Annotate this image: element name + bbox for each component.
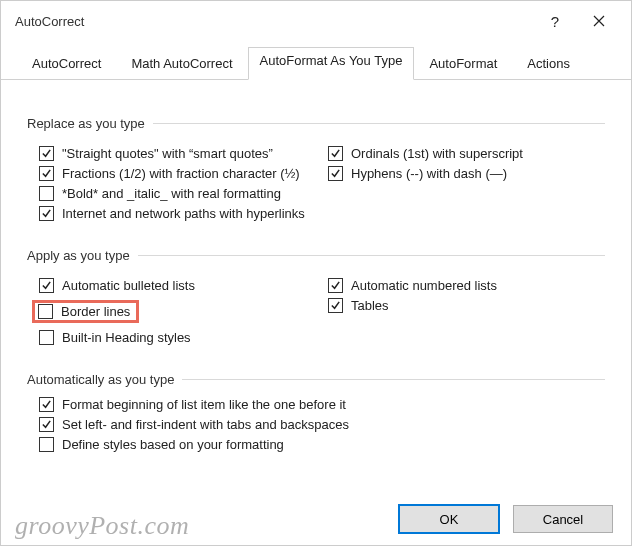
help-icon: ? bbox=[551, 13, 559, 30]
checkbox-set-indent[interactable]: Set left- and first-indent with tabs and… bbox=[39, 417, 605, 432]
checkbox-hyphens[interactable]: Hyphens (--) with dash (—) bbox=[328, 166, 605, 181]
checkbox-icon bbox=[39, 206, 54, 221]
tab-autoformat[interactable]: AutoFormat bbox=[414, 47, 512, 80]
checkbox-hyperlinks[interactable]: Internet and network paths with hyperlin… bbox=[39, 206, 316, 221]
checkbox-fractions[interactable]: Fractions (1/2) with fraction character … bbox=[39, 166, 316, 181]
checkbox-label: Border lines bbox=[61, 304, 130, 319]
close-button[interactable] bbox=[577, 6, 621, 36]
checkbox-border-lines[interactable]: Border lines bbox=[32, 300, 139, 323]
cancel-button[interactable]: Cancel bbox=[513, 505, 613, 533]
checkbox-format-beginning[interactable]: Format beginning of list item like the o… bbox=[39, 397, 605, 412]
tab-autocorrect[interactable]: AutoCorrect bbox=[17, 47, 116, 80]
checkbox-icon bbox=[328, 298, 343, 313]
checkbox-label: Built-in Heading styles bbox=[62, 330, 191, 345]
checkbox-icon bbox=[328, 166, 343, 181]
checkbox-label: Tables bbox=[351, 298, 389, 313]
checkbox-bold-italic[interactable]: *Bold* and _italic_ with real formatting bbox=[39, 186, 316, 201]
checkbox-define-styles[interactable]: Define styles based on your formatting bbox=[39, 437, 605, 452]
tab-strip: AutoCorrect Math AutoCorrect AutoFormat … bbox=[1, 41, 631, 80]
checkbox-icon bbox=[39, 417, 54, 432]
close-icon bbox=[593, 15, 605, 27]
dialog-title: AutoCorrect bbox=[15, 14, 533, 29]
checkbox-label: Automatic numbered lists bbox=[351, 278, 497, 293]
checkbox-label: Fractions (1/2) with fraction character … bbox=[62, 166, 300, 181]
checkbox-icon bbox=[38, 304, 53, 319]
checkbox-label: Internet and network paths with hyperlin… bbox=[62, 206, 305, 221]
checkbox-label: *Bold* and _italic_ with real formatting bbox=[62, 186, 281, 201]
section-replace-title: Replace as you type bbox=[27, 116, 145, 131]
section-apply-title: Apply as you type bbox=[27, 248, 130, 263]
tab-math-autocorrect[interactable]: Math AutoCorrect bbox=[116, 47, 247, 80]
titlebar: AutoCorrect ? bbox=[1, 1, 631, 41]
tab-content: Replace as you type "Straight quotes" wi… bbox=[1, 80, 631, 467]
checkbox-icon bbox=[328, 146, 343, 161]
divider bbox=[182, 379, 605, 380]
dialog-footer: OK Cancel bbox=[399, 505, 613, 533]
tab-actions[interactable]: Actions bbox=[512, 47, 585, 80]
checkbox-label: Automatic bulleted lists bbox=[62, 278, 195, 293]
checkbox-label: Ordinals (1st) with superscript bbox=[351, 146, 523, 161]
checkbox-icon bbox=[39, 397, 54, 412]
checkbox-label: Format beginning of list item like the o… bbox=[62, 397, 346, 412]
checkbox-tables[interactable]: Tables bbox=[328, 298, 605, 313]
checkbox-icon bbox=[39, 278, 54, 293]
checkbox-label: Define styles based on your formatting bbox=[62, 437, 284, 452]
checkbox-icon bbox=[39, 146, 54, 161]
checkbox-label: Hyphens (--) with dash (—) bbox=[351, 166, 507, 181]
section-replace: Replace as you type bbox=[27, 116, 605, 131]
divider bbox=[138, 255, 605, 256]
checkbox-icon bbox=[39, 186, 54, 201]
checkbox-bulleted-lists[interactable]: Automatic bulleted lists bbox=[39, 278, 316, 293]
section-auto: Automatically as you type bbox=[27, 372, 605, 387]
checkbox-icon bbox=[39, 437, 54, 452]
checkbox-icon bbox=[39, 166, 54, 181]
checkbox-label: Set left- and first-indent with tabs and… bbox=[62, 417, 349, 432]
section-apply: Apply as you type bbox=[27, 248, 605, 263]
checkbox-heading-styles[interactable]: Built-in Heading styles bbox=[39, 330, 316, 345]
checkbox-ordinals[interactable]: Ordinals (1st) with superscript bbox=[328, 146, 605, 161]
checkbox-straight-quotes[interactable]: "Straight quotes" with “smart quotes” bbox=[39, 146, 316, 161]
tab-autoformat-as-you-type[interactable]: AutoFormat As You Type bbox=[248, 47, 415, 80]
section-auto-title: Automatically as you type bbox=[27, 372, 174, 387]
divider bbox=[153, 123, 605, 124]
checkbox-icon bbox=[328, 278, 343, 293]
checkbox-icon bbox=[39, 330, 54, 345]
watermark: groovyPost.com bbox=[15, 511, 189, 541]
checkbox-label: "Straight quotes" with “smart quotes” bbox=[62, 146, 273, 161]
checkbox-numbered-lists[interactable]: Automatic numbered lists bbox=[328, 278, 605, 293]
ok-button[interactable]: OK bbox=[399, 505, 499, 533]
autocorrect-dialog: AutoCorrect ? AutoCorrect Math AutoCorre… bbox=[0, 0, 632, 546]
help-button[interactable]: ? bbox=[533, 6, 577, 36]
